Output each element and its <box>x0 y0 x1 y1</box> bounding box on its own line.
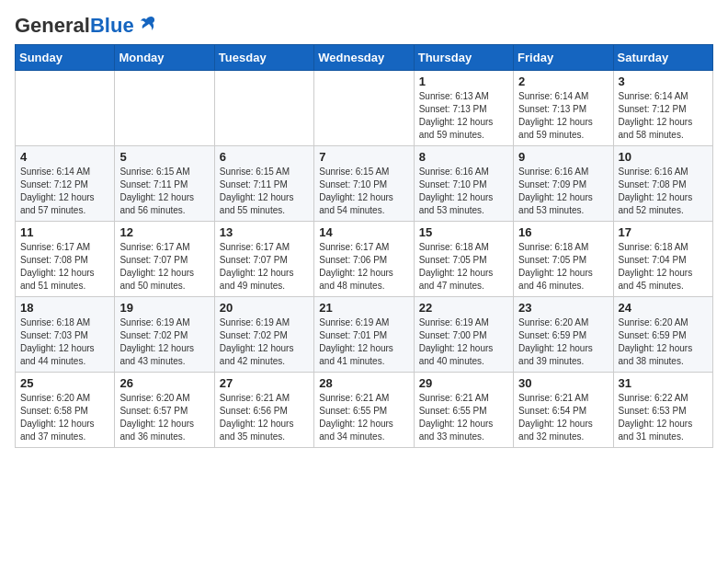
calendar-cell: 8Sunrise: 6:16 AM Sunset: 7:10 PM Daylig… <box>414 146 513 222</box>
day-info: Sunrise: 6:17 AM Sunset: 7:06 PM Dayligh… <box>319 241 408 293</box>
logo-bird-icon <box>137 14 157 34</box>
calendar-cell: 4Sunrise: 6:14 AM Sunset: 7:12 PM Daylig… <box>16 146 115 222</box>
day-info: Sunrise: 6:18 AM Sunset: 7:03 PM Dayligh… <box>20 316 109 368</box>
calendar-cell: 7Sunrise: 6:15 AM Sunset: 7:10 PM Daylig… <box>314 146 414 222</box>
day-number: 14 <box>319 225 408 239</box>
logo-general: GeneralBlue <box>15 15 134 37</box>
day-info: Sunrise: 6:19 AM Sunset: 7:02 PM Dayligh… <box>119 316 209 368</box>
day-number: 22 <box>419 301 508 315</box>
day-number: 3 <box>619 75 708 88</box>
calendar-week-row: 11Sunrise: 6:17 AM Sunset: 7:08 PM Dayli… <box>16 222 713 297</box>
day-info: Sunrise: 6:14 AM Sunset: 7:12 PM Dayligh… <box>619 90 708 142</box>
day-info: Sunrise: 6:19 AM Sunset: 7:02 PM Dayligh… <box>220 316 309 368</box>
day-info: Sunrise: 6:22 AM Sunset: 6:53 PM Dayligh… <box>619 392 708 443</box>
day-number: 26 <box>119 376 209 390</box>
day-info: Sunrise: 6:21 AM Sunset: 6:56 PM Dayligh… <box>220 392 309 443</box>
calendar-week-row: 25Sunrise: 6:20 AM Sunset: 6:58 PM Dayli… <box>16 373 713 448</box>
day-number: 6 <box>220 150 309 164</box>
logo: GeneralBlue <box>15 15 157 37</box>
calendar-cell: 23Sunrise: 6:20 AM Sunset: 6:59 PM Dayli… <box>514 297 613 373</box>
calendar-cell: 2Sunrise: 6:14 AM Sunset: 7:13 PM Daylig… <box>514 71 613 146</box>
logo-blue-text: Blue <box>90 14 134 37</box>
day-info: Sunrise: 6:18 AM Sunset: 7:05 PM Dayligh… <box>419 241 508 293</box>
col-header-monday: Monday <box>115 45 214 71</box>
calendar-cell: 25Sunrise: 6:20 AM Sunset: 6:58 PM Dayli… <box>16 373 115 448</box>
calendar-cell: 17Sunrise: 6:18 AM Sunset: 7:04 PM Dayli… <box>613 222 712 297</box>
day-info: Sunrise: 6:17 AM Sunset: 7:07 PM Dayligh… <box>220 241 309 293</box>
day-info: Sunrise: 6:19 AM Sunset: 7:01 PM Dayligh… <box>319 316 408 368</box>
calendar-cell: 19Sunrise: 6:19 AM Sunset: 7:02 PM Dayli… <box>115 297 214 373</box>
calendar-week-row: 18Sunrise: 6:18 AM Sunset: 7:03 PM Dayli… <box>16 297 713 373</box>
day-info: Sunrise: 6:16 AM Sunset: 7:09 PM Dayligh… <box>518 166 608 217</box>
calendar-cell: 21Sunrise: 6:19 AM Sunset: 7:01 PM Dayli… <box>314 297 414 373</box>
col-header-sunday: Sunday <box>16 45 115 71</box>
day-info: Sunrise: 6:15 AM Sunset: 7:10 PM Dayligh… <box>319 166 408 217</box>
day-info: Sunrise: 6:14 AM Sunset: 7:12 PM Dayligh… <box>20 166 109 217</box>
day-info: Sunrise: 6:17 AM Sunset: 7:08 PM Dayligh… <box>20 241 109 293</box>
day-info: Sunrise: 6:18 AM Sunset: 7:04 PM Dayligh… <box>619 241 708 293</box>
calendar-cell: 20Sunrise: 6:19 AM Sunset: 7:02 PM Dayli… <box>214 297 313 373</box>
calendar-cell <box>16 71 115 146</box>
day-info: Sunrise: 6:20 AM Sunset: 6:59 PM Dayligh… <box>619 316 708 368</box>
calendar-cell: 28Sunrise: 6:21 AM Sunset: 6:55 PM Dayli… <box>314 373 414 448</box>
day-info: Sunrise: 6:20 AM Sunset: 6:58 PM Dayligh… <box>20 392 109 443</box>
day-number: 29 <box>419 376 508 390</box>
col-header-saturday: Saturday <box>613 45 712 71</box>
calendar-cell: 14Sunrise: 6:17 AM Sunset: 7:06 PM Dayli… <box>314 222 414 297</box>
day-info: Sunrise: 6:20 AM Sunset: 6:59 PM Dayligh… <box>518 316 608 368</box>
col-header-wednesday: Wednesday <box>314 45 414 71</box>
day-number: 19 <box>119 301 209 315</box>
day-number: 18 <box>20 301 109 315</box>
day-number: 24 <box>619 301 708 315</box>
day-number: 8 <box>419 150 508 164</box>
calendar-cell: 22Sunrise: 6:19 AM Sunset: 7:00 PM Dayli… <box>414 297 513 373</box>
day-info: Sunrise: 6:21 AM Sunset: 6:55 PM Dayligh… <box>419 392 508 443</box>
day-number: 30 <box>518 376 608 390</box>
day-number: 2 <box>518 75 608 88</box>
day-number: 23 <box>518 301 608 315</box>
day-info: Sunrise: 6:21 AM Sunset: 6:55 PM Dayligh… <box>319 392 408 443</box>
calendar-cell <box>314 71 414 146</box>
calendar-cell: 3Sunrise: 6:14 AM Sunset: 7:12 PM Daylig… <box>613 71 712 146</box>
day-info: Sunrise: 6:18 AM Sunset: 7:05 PM Dayligh… <box>518 241 608 293</box>
calendar-cell: 5Sunrise: 6:15 AM Sunset: 7:11 PM Daylig… <box>115 146 214 222</box>
day-number: 28 <box>319 376 408 390</box>
page-header: GeneralBlue <box>15 15 713 37</box>
calendar-cell: 15Sunrise: 6:18 AM Sunset: 7:05 PM Dayli… <box>414 222 513 297</box>
day-number: 11 <box>20 225 109 239</box>
day-number: 17 <box>619 225 708 239</box>
calendar-cell: 29Sunrise: 6:21 AM Sunset: 6:55 PM Dayli… <box>414 373 513 448</box>
day-number: 5 <box>119 150 209 164</box>
day-number: 10 <box>619 150 708 164</box>
day-info: Sunrise: 6:16 AM Sunset: 7:10 PM Dayligh… <box>419 166 508 217</box>
calendar-cell: 16Sunrise: 6:18 AM Sunset: 7:05 PM Dayli… <box>514 222 613 297</box>
col-header-thursday: Thursday <box>414 45 513 71</box>
calendar-cell: 6Sunrise: 6:15 AM Sunset: 7:11 PM Daylig… <box>214 146 313 222</box>
calendar-cell <box>115 71 214 146</box>
day-number: 27 <box>220 376 309 390</box>
calendar-header-row: SundayMondayTuesdayWednesdayThursdayFrid… <box>16 45 713 71</box>
calendar-cell: 1Sunrise: 6:13 AM Sunset: 7:13 PM Daylig… <box>414 71 513 146</box>
calendar-cell: 11Sunrise: 6:17 AM Sunset: 7:08 PM Dayli… <box>16 222 115 297</box>
calendar-cell: 31Sunrise: 6:22 AM Sunset: 6:53 PM Dayli… <box>613 373 712 448</box>
day-number: 7 <box>319 150 408 164</box>
logo-general-text: General <box>15 14 90 37</box>
calendar-cell: 13Sunrise: 6:17 AM Sunset: 7:07 PM Dayli… <box>214 222 313 297</box>
day-info: Sunrise: 6:20 AM Sunset: 6:57 PM Dayligh… <box>119 392 209 443</box>
calendar-cell: 9Sunrise: 6:16 AM Sunset: 7:09 PM Daylig… <box>514 146 613 222</box>
day-number: 25 <box>20 376 109 390</box>
calendar-week-row: 4Sunrise: 6:14 AM Sunset: 7:12 PM Daylig… <box>16 146 713 222</box>
day-number: 1 <box>419 75 508 88</box>
day-number: 4 <box>20 150 109 164</box>
day-info: Sunrise: 6:15 AM Sunset: 7:11 PM Dayligh… <box>119 166 209 217</box>
calendar-cell <box>214 71 313 146</box>
day-number: 21 <box>319 301 408 315</box>
day-info: Sunrise: 6:13 AM Sunset: 7:13 PM Dayligh… <box>419 90 508 142</box>
day-info: Sunrise: 6:21 AM Sunset: 6:54 PM Dayligh… <box>518 392 608 443</box>
day-number: 13 <box>220 225 309 239</box>
calendar-cell: 24Sunrise: 6:20 AM Sunset: 6:59 PM Dayli… <box>613 297 712 373</box>
calendar-cell: 10Sunrise: 6:16 AM Sunset: 7:08 PM Dayli… <box>613 146 712 222</box>
day-number: 9 <box>518 150 608 164</box>
day-number: 12 <box>119 225 209 239</box>
col-header-tuesday: Tuesday <box>214 45 313 71</box>
